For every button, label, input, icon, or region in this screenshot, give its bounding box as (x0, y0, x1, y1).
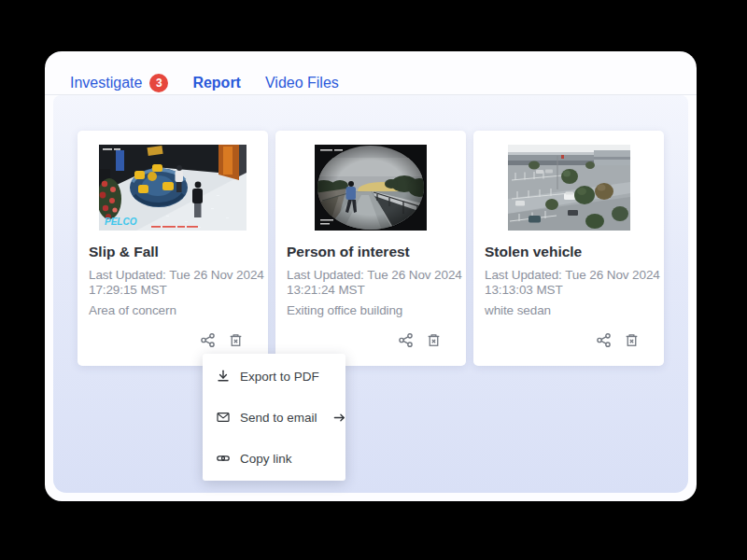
card-title: Stolen vehicle (485, 244, 653, 260)
download-icon (216, 369, 231, 384)
context-menu: Export to PDF Send to email (203, 354, 345, 481)
delete-icon (624, 332, 640, 348)
card-note: Area of concern (89, 303, 257, 317)
card-title: Person of interest (287, 244, 455, 260)
menu-item-label: Copy link (240, 452, 292, 466)
app-window: Investigate 3 Report Video Files (45, 51, 697, 501)
tab-investigate[interactable]: Investigate 3 (70, 72, 168, 94)
card-actions (200, 332, 244, 348)
delete-icon (228, 332, 244, 348)
tab-investigate-label: Investigate (70, 75, 142, 91)
report-card-slip-fall: PELCO Slip & Fall Last Updated: Tue 26 N… (78, 131, 268, 366)
share-button[interactable] (596, 332, 612, 348)
camera-snapshot-person-of-interest (275, 145, 466, 231)
delete-icon (426, 332, 442, 348)
camera-snapshot-stolen-vehicle (473, 145, 664, 231)
card-last-updated: Last Updated: Tue 26 Nov 2024 17:29:15 M… (89, 268, 257, 298)
camera-snapshot-slip-fall: PELCO (78, 145, 268, 231)
card-last-updated: Last Updated: Tue 26 Nov 2024 13:13:03 M… (485, 268, 653, 298)
menu-item-label: Send to email (240, 411, 317, 425)
link-icon (216, 451, 231, 466)
report-card-person-of-interest: Person of interest Last Updated: Tue 26 … (275, 131, 466, 366)
menu-item-send-email[interactable]: Send to email (203, 397, 345, 438)
arrow-right-icon (332, 411, 346, 425)
menu-item-label: Export to PDF (240, 370, 319, 384)
email-icon (216, 410, 231, 425)
share-icon (200, 332, 216, 348)
card-actions (398, 332, 442, 348)
card-note: Exiting office building (287, 303, 455, 317)
menu-item-export-pdf[interactable]: Export to PDF (203, 356, 345, 397)
card-actions (596, 332, 640, 348)
investigate-count-badge: 3 (149, 74, 168, 92)
tab-report-label: Report (192, 75, 241, 91)
report-card-stolen-vehicle: Stolen vehicle Last Updated: Tue 26 Nov … (473, 131, 664, 366)
tab-report[interactable]: Report (192, 72, 241, 94)
card-last-updated: Last Updated: Tue 26 Nov 2024 13:21:24 M… (287, 268, 455, 298)
share-button[interactable] (200, 332, 216, 348)
tab-video-files-label: Video Files (265, 75, 339, 91)
menu-item-copy-link[interactable]: Copy link (203, 438, 345, 479)
card-title: Slip & Fall (89, 244, 257, 260)
tab-video-files[interactable]: Video Files (265, 72, 339, 94)
delete-button[interactable] (624, 332, 640, 348)
share-button[interactable] (398, 332, 414, 348)
screen: Investigate 3 Report Video Files (0, 0, 747, 560)
delete-button[interactable] (228, 332, 244, 348)
share-icon (398, 332, 414, 348)
share-icon (596, 332, 612, 348)
delete-button[interactable] (426, 332, 442, 348)
card-note: white sedan (485, 303, 653, 317)
pelco-watermark: PELCO (105, 217, 137, 227)
tab-bar: Investigate 3 Report Video Files (45, 51, 697, 95)
